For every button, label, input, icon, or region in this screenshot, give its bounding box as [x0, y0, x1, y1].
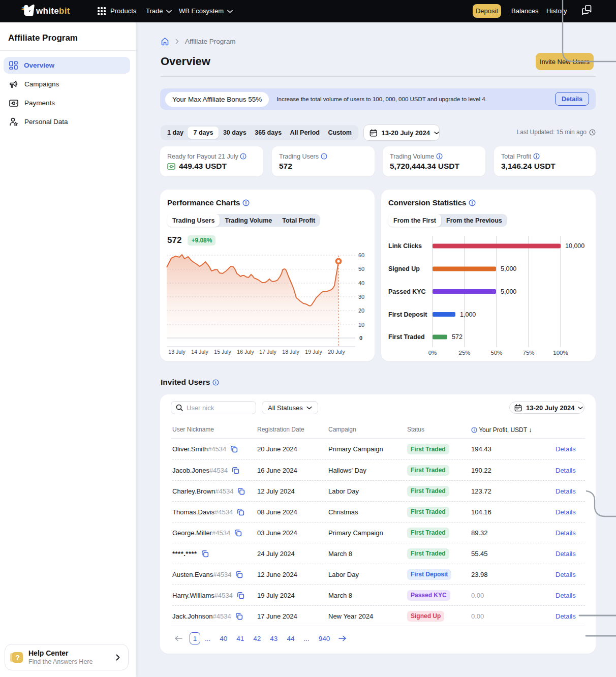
- svg-text:50: 50: [358, 266, 364, 272]
- svg-text:18 July: 18 July: [282, 349, 299, 355]
- svg-text:19 July: 19 July: [305, 349, 322, 355]
- svg-text:60: 60: [358, 252, 364, 258]
- svg-text:25%: 25%: [458, 350, 470, 356]
- svg-text:13 July: 13 July: [168, 349, 186, 355]
- svg-text:0: 0: [359, 335, 362, 341]
- svg-text:Signed Up: Signed Up: [388, 265, 420, 272]
- svg-text:572: 572: [452, 333, 463, 341]
- svg-text:5,000: 5,000: [501, 265, 516, 272]
- svg-text:First Traded: First Traded: [388, 333, 425, 341]
- svg-text:15 July: 15 July: [214, 349, 231, 355]
- svg-text:30: 30: [358, 294, 364, 300]
- svg-text:100%: 100%: [553, 350, 568, 356]
- svg-text:10: 10: [358, 322, 364, 328]
- svg-text:Passed KYC: Passed KYC: [388, 288, 426, 295]
- svg-text:40: 40: [358, 280, 364, 286]
- svg-text:0%: 0%: [428, 350, 437, 356]
- svg-text:Link Clicks: Link Clicks: [388, 242, 422, 250]
- svg-text:10,000: 10,000: [565, 242, 584, 250]
- svg-text:16 July: 16 July: [237, 349, 254, 355]
- svg-text:First Deposit: First Deposit: [388, 311, 427, 318]
- svg-text:75%: 75%: [522, 350, 534, 356]
- svg-text:20: 20: [358, 307, 364, 314]
- svg-text:17 July: 17 July: [259, 349, 276, 355]
- svg-text:1,000: 1,000: [460, 311, 476, 318]
- svg-text:5,000: 5,000: [501, 288, 516, 295]
- svg-text:14 July: 14 July: [191, 349, 208, 355]
- svg-text:50%: 50%: [490, 350, 502, 356]
- svg-text:20 July: 20 July: [328, 349, 345, 355]
